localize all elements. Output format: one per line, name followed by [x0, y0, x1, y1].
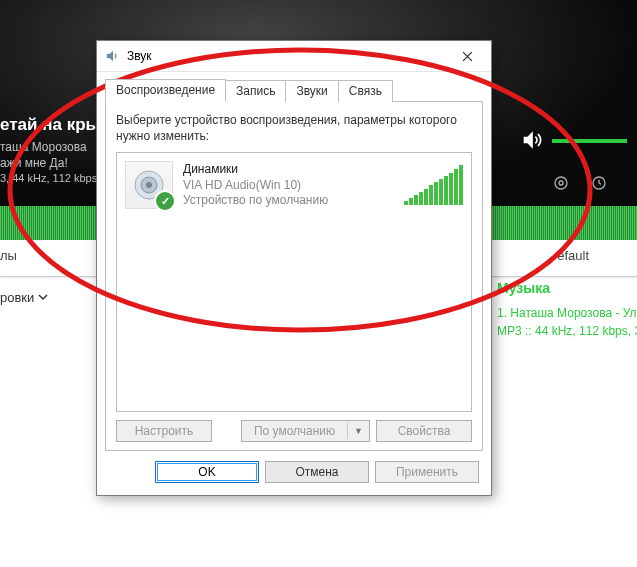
volume-level-meter: [404, 165, 463, 205]
group-dropdown[interactable]: ровки: [0, 290, 48, 305]
playlist-track-title[interactable]: 1. Наташа Морозова - Ул: [497, 306, 637, 320]
svg-point-7: [146, 182, 152, 188]
volume-slider[interactable]: [552, 139, 627, 143]
player-tab-default[interactable]: efault: [557, 248, 589, 263]
close-button[interactable]: [447, 42, 487, 70]
default-check-badge: ✓: [154, 190, 176, 212]
tab-communications[interactable]: Связь: [338, 80, 393, 102]
configure-button[interactable]: Настроить: [116, 420, 212, 442]
properties-button[interactable]: Свойства: [376, 420, 472, 442]
set-default-label: По умолчанию: [242, 421, 347, 441]
dialog-titlebar[interactable]: Звук: [97, 41, 491, 72]
playlist-heading: Музыка: [497, 280, 637, 296]
playlist-panel: Музыка 1. Наташа Морозова - Ул MP3 :: 44…: [497, 280, 637, 338]
ok-button[interactable]: OK: [155, 461, 259, 483]
track-artist: таша Морозова: [0, 140, 87, 154]
device-name: Динамики: [183, 162, 394, 178]
tab-recording[interactable]: Запись: [225, 80, 286, 102]
playlist-track-meta: MP3 :: 44 kHz, 112 kbps, 3: [497, 324, 637, 338]
device-item-speakers[interactable]: ✓ Динамики VIA HD Audio(Win 10) Устройст…: [121, 157, 467, 213]
svg-point-2: [555, 177, 567, 189]
playback-device-list[interactable]: ✓ Динамики VIA HD Audio(Win 10) Устройст…: [116, 152, 472, 412]
track-title: етай на крыл: [0, 115, 111, 135]
player-tab-left[interactable]: лы: [0, 248, 17, 263]
sound-icon: [105, 48, 121, 64]
instruction-text: Выберите устройство воспроизведения, пар…: [116, 112, 472, 144]
svg-marker-0: [525, 133, 533, 146]
set-default-button[interactable]: По умолчанию ▼: [241, 420, 370, 442]
device-status: Устройство по умолчанию: [183, 193, 394, 209]
repeat-icon[interactable]: [553, 175, 569, 194]
device-actions-row: Настроить По умолчанию ▼ Свойства: [116, 412, 472, 442]
device-driver: VIA HD Audio(Win 10): [183, 178, 394, 194]
clock-icon[interactable]: [591, 175, 607, 194]
dialog-tabstrip: Воспроизведение Запись Звуки Связь: [97, 72, 491, 101]
apply-button[interactable]: Применить: [375, 461, 479, 483]
svg-point-1: [559, 181, 563, 185]
svg-marker-4: [107, 51, 113, 62]
tab-page-playback: Выберите устройство воспроизведения, пар…: [105, 101, 483, 451]
tab-playback[interactable]: Воспроизведение: [105, 79, 226, 102]
dropdown-arrow-icon: ▼: [347, 423, 369, 439]
group-dropdown-label: ровки: [0, 290, 34, 305]
cancel-button[interactable]: Отмена: [265, 461, 369, 483]
sound-dialog: Звук Воспроизведение Запись Звуки Связь …: [96, 40, 492, 496]
dialog-footer: OK Отмена Применить: [97, 451, 491, 495]
volume-icon[interactable]: [522, 130, 542, 153]
track-subtitle: ажи мне Да!: [0, 156, 68, 170]
chevron-down-icon: [38, 290, 48, 305]
dialog-title: Звук: [127, 49, 447, 63]
tab-sounds[interactable]: Звуки: [285, 80, 338, 102]
speaker-icon: ✓: [125, 161, 173, 209]
